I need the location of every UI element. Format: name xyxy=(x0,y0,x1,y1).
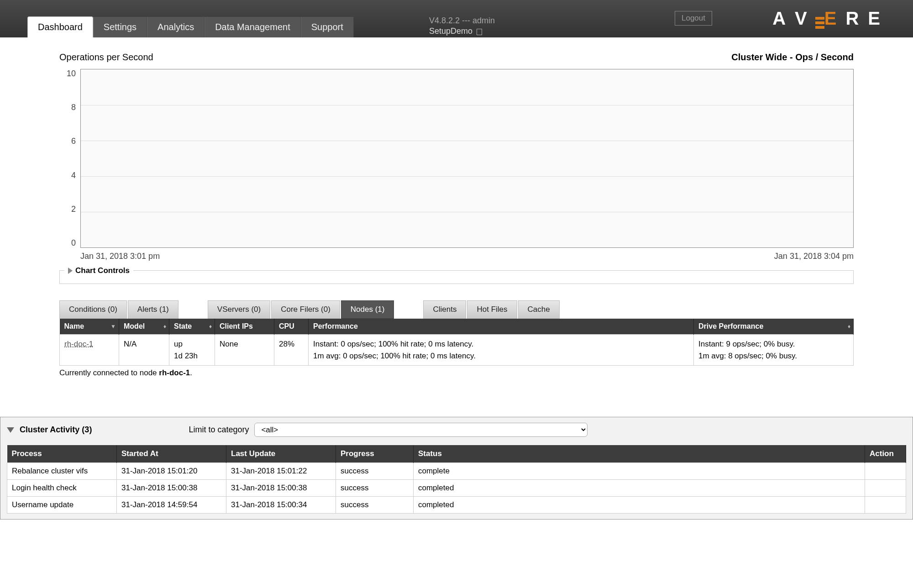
col-name[interactable]: Name▼ xyxy=(60,319,119,335)
cell-progress: success xyxy=(336,497,414,514)
table-row: Username update31-Jan-2018 14:59:5431-Ja… xyxy=(7,497,906,514)
cell-updated: 31-Jan-2018 15:01:22 xyxy=(226,463,336,480)
cluster-activity-panel: Cluster Activity (3) Limit to category <… xyxy=(0,417,913,520)
expand-icon[interactable] xyxy=(68,268,73,274)
cell-updated: 31-Jan-2018 15:00:34 xyxy=(226,497,336,514)
cell-process: Rebalance cluster vifs xyxy=(7,463,117,480)
subtab-cache[interactable]: Cache xyxy=(518,300,560,319)
tab-analytics[interactable]: Analytics xyxy=(147,17,205,37)
col-action[interactable]: Action xyxy=(865,445,906,463)
cell-started: 31-Jan-2018 14:59:54 xyxy=(117,497,226,514)
connected-note: Currently connected to node rh-doc-1. xyxy=(59,368,854,378)
cell-action xyxy=(865,480,906,497)
limit-label: Limit to category xyxy=(189,425,249,435)
logo-bars-icon xyxy=(815,17,824,29)
logo: A V E R E xyxy=(772,8,881,29)
chart-title-right: Cluster Wide - Ops / Second xyxy=(731,52,854,63)
x-end-label: Jan 31, 2018 3:04 pm xyxy=(774,252,854,261)
logout-button[interactable]: Logout xyxy=(675,11,712,26)
cell-started: 31-Jan-2018 15:00:38 xyxy=(117,480,226,497)
subtab-vservers[interactable]: VServers (0) xyxy=(208,300,270,319)
chart-plot[interactable] xyxy=(80,69,854,248)
version-line: V4.8.2.2 --- admin xyxy=(429,16,495,26)
col-status[interactable]: Status xyxy=(414,445,865,463)
subtab-gap xyxy=(395,300,422,319)
col-cpu[interactable]: CPU xyxy=(274,319,309,335)
table-row: Rebalance cluster vifs31-Jan-2018 15:01:… xyxy=(7,463,906,480)
cell-driveperf: Instant: 9 ops/sec; 0% busy. 1m avg: 8 o… xyxy=(694,335,854,366)
cell-cpu: 28% xyxy=(274,335,309,366)
logo-letter: E xyxy=(824,8,838,29)
logo-letter: V xyxy=(795,8,808,29)
sort-icon: ♦ xyxy=(163,323,166,330)
cell-progress: success xyxy=(336,480,414,497)
cell-model: N/A xyxy=(119,335,169,366)
chart-area: 10 8 6 4 2 0 xyxy=(59,69,854,248)
node-link[interactable]: rh-doc-1 xyxy=(64,340,93,348)
logo-letter: R xyxy=(845,8,860,29)
col-started[interactable]: Started At xyxy=(117,445,226,463)
cell-progress: success xyxy=(336,463,414,480)
version-info: V4.8.2.2 --- admin SetupDemo xyxy=(429,16,495,37)
subtab-conditions[interactable]: Conditions (0) xyxy=(59,300,127,319)
y-tick: 8 xyxy=(71,103,76,112)
col-performance[interactable]: Performance xyxy=(309,319,694,335)
tab-dashboard[interactable]: Dashboard xyxy=(27,16,93,37)
cell-action xyxy=(865,463,906,480)
chart-controls-label: Chart Controls xyxy=(75,266,130,275)
sort-icon: ♦ xyxy=(848,323,850,330)
subtab-nodes[interactable]: Nodes (1) xyxy=(341,300,394,319)
cell-process: Username update xyxy=(7,497,117,514)
logo-letter: E xyxy=(868,8,881,29)
chart-controls[interactable]: Chart Controls xyxy=(59,270,854,284)
document-icon[interactable] xyxy=(477,29,482,35)
col-state[interactable]: State♦ xyxy=(169,319,215,335)
tab-support[interactable]: Support xyxy=(301,17,354,37)
y-tick: 2 xyxy=(71,205,76,214)
cell-started: 31-Jan-2018 15:01:20 xyxy=(117,463,226,480)
tab-data-management[interactable]: Data Management xyxy=(205,17,301,37)
category-select[interactable]: <all> xyxy=(254,423,588,437)
tab-settings[interactable]: Settings xyxy=(93,17,147,37)
sort-down-icon: ▼ xyxy=(110,323,116,330)
subtab-alerts[interactable]: Alerts (1) xyxy=(128,300,178,319)
cell-clientips: None xyxy=(215,335,274,366)
main-nav: Dashboard Settings Analytics Data Manage… xyxy=(27,16,354,37)
subtab-hotfiles[interactable]: Hot Files xyxy=(467,300,517,319)
nodes-table: Name▼ Model♦ State♦ Client IPs CPU Perfo… xyxy=(59,319,854,366)
cluster-name: SetupDemo xyxy=(429,26,472,36)
subtab-gap xyxy=(179,300,207,319)
cell-action xyxy=(865,497,906,514)
cluster-activity-title: Cluster Activity (3) xyxy=(20,425,92,435)
top-bar: Logout A V E R E V4.8.2.2 --- admin Setu… xyxy=(0,0,913,37)
col-process[interactable]: Process xyxy=(7,445,117,463)
col-clientips[interactable]: Client IPs xyxy=(215,319,274,335)
collapse-icon[interactable] xyxy=(7,427,14,433)
cell-updated: 31-Jan-2018 15:00:38 xyxy=(226,480,336,497)
subtab-clients[interactable]: Clients xyxy=(423,300,466,319)
cell-status: completed xyxy=(414,497,865,514)
logo-letter: A xyxy=(772,8,787,29)
y-tick: 0 xyxy=(71,238,76,248)
cell-process: Login health check xyxy=(7,480,117,497)
cell-status: completed xyxy=(414,480,865,497)
cell-status: complete xyxy=(414,463,865,480)
col-progress[interactable]: Progress xyxy=(336,445,414,463)
y-tick: 10 xyxy=(67,69,76,79)
y-tick: 4 xyxy=(71,171,76,180)
chart-title-left: Operations per Second xyxy=(59,52,153,63)
cell-performance: Instant: 0 ops/sec; 100% hit rate; 0 ms … xyxy=(309,335,694,366)
table-row: rh-doc-1 N/A up 1d 23h None 28% Instant:… xyxy=(60,335,854,366)
sort-icon: ♦ xyxy=(209,323,212,330)
y-tick: 6 xyxy=(71,136,76,146)
table-row: Login health check31-Jan-2018 15:00:3831… xyxy=(7,480,906,497)
subtab-corefilers[interactable]: Core Filers (0) xyxy=(271,300,340,319)
x-start-label: Jan 31, 2018 3:01 pm xyxy=(80,252,160,261)
cell-state: up 1d 23h xyxy=(169,335,215,366)
col-updated[interactable]: Last Update xyxy=(226,445,336,463)
y-axis: 10 8 6 4 2 0 xyxy=(59,69,80,248)
col-driveperf[interactable]: Drive Performance♦ xyxy=(694,319,854,335)
activity-table: Process Started At Last Update Progress … xyxy=(7,445,906,514)
subtabs: Conditions (0) Alerts (1) VServers (0) C… xyxy=(59,300,854,319)
col-model[interactable]: Model♦ xyxy=(119,319,169,335)
